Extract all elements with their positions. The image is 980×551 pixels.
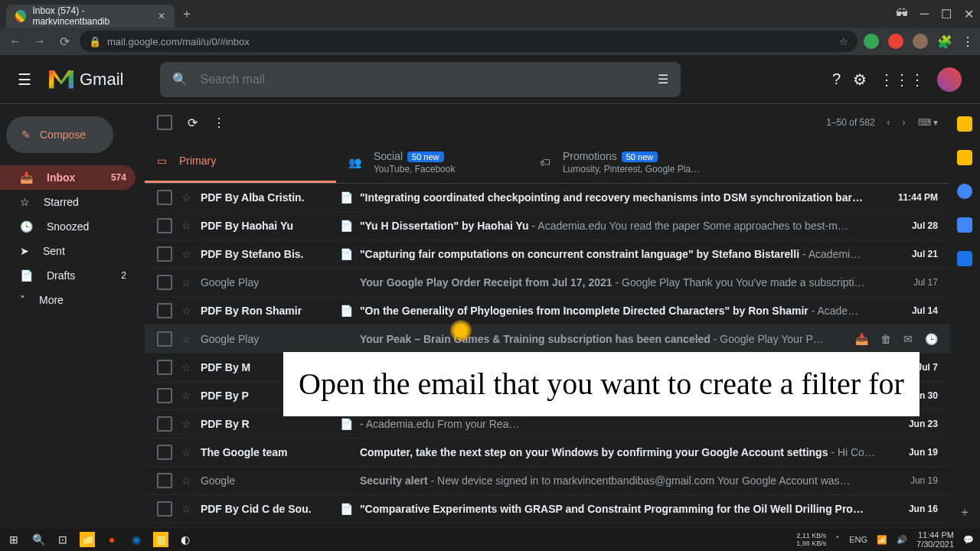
maximize-button[interactable]: ☐	[941, 7, 952, 21]
star-icon[interactable]: ☆	[181, 503, 191, 515]
search-box[interactable]: 🔍 ☰	[160, 62, 681, 97]
contacts-icon[interactable]	[957, 217, 972, 233]
search-input[interactable]	[200, 73, 645, 86]
star-icon[interactable]: ☆	[181, 361, 191, 373]
chrome-menu-button[interactable]: ⋮	[962, 34, 974, 49]
email-row[interactable]: ☆PDF By Stefano Bis.📄"Capturing fair com…	[145, 240, 950, 269]
close-tab-icon[interactable]: ✕	[158, 11, 165, 21]
clock[interactable]: 11:44 PM 7/30/2021	[916, 530, 954, 549]
row-checkbox[interactable]	[157, 331, 172, 347]
extensions-button[interactable]: 🧩	[937, 34, 952, 49]
nav-more[interactable]: ˅More	[0, 288, 136, 312]
row-checkbox[interactable]	[157, 473, 172, 488]
email-date: Jul 28	[884, 220, 938, 231]
tray-chevron-icon[interactable]: ˄	[835, 535, 840, 545]
star-icon[interactable]: ☆	[181, 474, 191, 487]
row-checkbox[interactable]	[157, 501, 172, 517]
add-addon-button[interactable]: ＋	[959, 504, 971, 520]
inbox-icon: 📥	[20, 171, 33, 184]
gmail-logo[interactable]: Gmail	[49, 70, 123, 90]
minimize-button[interactable]: ─	[920, 7, 929, 21]
nav-inbox[interactable]: 📥Inbox574	[0, 165, 136, 190]
nav-snoozed[interactable]: 🕒Snoozed	[0, 214, 136, 239]
row-checkbox[interactable]	[157, 190, 172, 205]
start-button[interactable]: ⊞	[6, 532, 21, 547]
extension-icon[interactable]	[913, 34, 928, 49]
row-checkbox[interactable]	[157, 275, 172, 290]
wifi-icon[interactable]: 📶	[877, 535, 887, 545]
chrome-icon[interactable]: ◐	[178, 532, 193, 547]
nav-starred[interactable]: ☆Starred	[0, 190, 136, 214]
email-row[interactable]: ☆The Google teamComputer, take the next …	[145, 439, 950, 467]
star-icon[interactable]: ☆	[181, 333, 191, 345]
tab-primary[interactable]: ▭Primary	[145, 141, 336, 183]
input-tools-icon[interactable]: ⌨ ▾	[918, 117, 938, 128]
email-row[interactable]: ☆Google PlayYour Google Play Order Recei…	[145, 269, 950, 297]
star-icon[interactable]: ☆	[181, 276, 191, 289]
row-checkbox[interactable]	[157, 416, 172, 432]
star-icon[interactable]: ☆	[181, 248, 191, 260]
star-icon[interactable]: ☆	[181, 390, 191, 402]
archive-icon[interactable]: 📥	[855, 333, 868, 345]
tab-promotions[interactable]: 🏷Promotions50 newLumosity, Pinterest, Go…	[528, 141, 719, 183]
forward-button[interactable]: →	[31, 34, 49, 48]
star-icon[interactable]: ☆	[181, 305, 191, 317]
close-window-button[interactable]: ✕	[964, 7, 974, 21]
calendar-icon[interactable]	[957, 116, 972, 132]
more-button[interactable]: ⋮	[213, 116, 225, 130]
settings-icon[interactable]: ⚙	[853, 70, 867, 89]
email-row[interactable]: ☆GoogleSecurity alert - New device signe…	[145, 467, 950, 495]
reload-button[interactable]: ⟳	[55, 34, 74, 49]
row-checkbox[interactable]	[157, 388, 172, 403]
star-icon[interactable]: ☆	[181, 418, 191, 430]
explorer-icon[interactable]: 📁	[80, 532, 95, 547]
volume-icon[interactable]: 🔊	[897, 535, 907, 545]
refresh-button[interactable]: ⟳	[188, 116, 198, 130]
addon-icon[interactable]	[957, 251, 972, 266]
back-button[interactable]: ←	[6, 34, 24, 48]
edge-icon[interactable]: ◉	[129, 532, 144, 547]
row-checkbox[interactable]	[157, 246, 172, 262]
notifications-icon[interactable]: 💬	[963, 535, 974, 545]
email-row[interactable]: ☆PDF By Alba Cristin.📄"Integrating coord…	[145, 184, 950, 212]
email-row[interactable]: ☆PDF By Haohai Yu📄"Yu H Dissertation" by…	[145, 212, 950, 240]
language-indicator[interactable]: ENG	[849, 535, 867, 544]
mark-read-icon[interactable]: ✉	[903, 333, 913, 345]
prev-page-button[interactable]: ‹	[887, 117, 890, 128]
main-menu-button[interactable]: ☰	[6, 61, 43, 98]
compose-button[interactable]: ✎ Compose	[6, 116, 113, 153]
account-avatar[interactable]	[937, 67, 962, 92]
search-options-icon[interactable]: ☰	[658, 72, 668, 86]
row-checkbox[interactable]	[157, 303, 172, 318]
email-row[interactable]: ☆PDF By Cid C de Sou.📄"Comparative Exper…	[145, 495, 950, 523]
select-all-checkbox[interactable]	[157, 115, 172, 130]
star-icon[interactable]: ☆	[181, 220, 191, 232]
app-icon[interactable]: ●	[104, 532, 119, 547]
extension-icon[interactable]	[864, 34, 879, 49]
extension-icon[interactable]	[888, 34, 903, 49]
keep-icon[interactable]	[957, 150, 972, 165]
star-icon[interactable]: ☆	[181, 446, 191, 458]
delete-icon[interactable]: 🗑	[880, 333, 891, 345]
search-taskbar-icon[interactable]: 🔍	[31, 532, 46, 547]
new-tab-button[interactable]: ＋	[181, 6, 193, 22]
row-checkbox[interactable]	[157, 360, 172, 375]
snooze-icon[interactable]: 🕒	[925, 333, 938, 345]
tab-social[interactable]: 👥Social50 newYouTube, Facebook	[336, 141, 528, 183]
browser-tab[interactable]: Inbox (574) - markvincentbandib ✕	[6, 5, 175, 28]
url-input[interactable]: 🔒 mail.google.com/mail/u/0/#inbox ☆	[80, 31, 858, 52]
tasks-icon[interactable]	[957, 184, 972, 199]
row-checkbox[interactable]	[157, 218, 172, 233]
nav-drafts[interactable]: 📄Drafts2	[0, 263, 136, 288]
star-bookmark-icon[interactable]: ☆	[839, 36, 848, 47]
app-icon[interactable]: ▦	[153, 532, 168, 547]
next-page-button[interactable]: ›	[903, 117, 906, 128]
email-row[interactable]: ☆PDF By Ron Shamir📄"On the Generality of…	[145, 297, 950, 325]
apps-icon[interactable]: ⋮⋮⋮	[879, 70, 925, 89]
row-checkbox[interactable]	[157, 445, 172, 460]
task-view-icon[interactable]: ⊡	[55, 532, 70, 547]
nav-sent[interactable]: ➤Sent	[0, 239, 136, 263]
star-icon[interactable]: ☆	[181, 191, 191, 204]
email-row[interactable]: ☆Google PlayYour Peak – Brain Games & Tr…	[145, 325, 950, 354]
support-icon[interactable]: ?	[832, 70, 841, 88]
